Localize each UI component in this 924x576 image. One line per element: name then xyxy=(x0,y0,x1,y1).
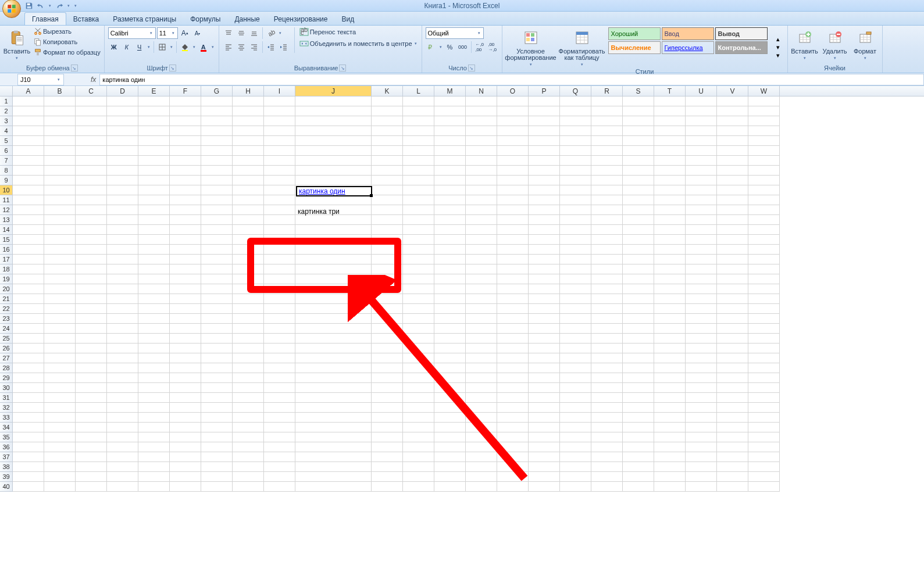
cell-O14[interactable] xyxy=(497,225,529,235)
cell-B31[interactable] xyxy=(44,393,76,403)
cell-L38[interactable] xyxy=(403,462,434,472)
cell-P28[interactable] xyxy=(529,363,560,373)
cell-Q12[interactable] xyxy=(560,205,591,215)
cell-A32[interactable] xyxy=(13,403,44,413)
cell-W29[interactable] xyxy=(748,373,780,383)
cell-J9[interactable] xyxy=(295,176,372,185)
cell-K7[interactable] xyxy=(372,156,403,166)
cell-G23[interactable] xyxy=(201,314,233,324)
cell-V18[interactable] xyxy=(717,264,748,274)
cell-H29[interactable] xyxy=(233,373,264,383)
cell-M22[interactable] xyxy=(434,304,466,314)
cell-R20[interactable] xyxy=(591,284,623,294)
cell-Q3[interactable] xyxy=(560,116,591,126)
cell-W34[interactable] xyxy=(748,423,780,432)
cell-H8[interactable] xyxy=(233,166,264,176)
cell-D10[interactable] xyxy=(107,185,138,195)
italic-button[interactable]: К xyxy=(121,41,133,53)
cell-J35[interactable] xyxy=(295,432,372,442)
cell-C23[interactable] xyxy=(76,314,107,324)
cell-B17[interactable] xyxy=(44,255,76,264)
cell-U35[interactable] xyxy=(686,432,717,442)
cell-C29[interactable] xyxy=(76,373,107,383)
cell-U5[interactable] xyxy=(686,136,717,146)
cell-H39[interactable] xyxy=(233,472,264,482)
cell-R39[interactable] xyxy=(591,472,623,482)
cell-D21[interactable] xyxy=(107,294,138,304)
cell-J30[interactable] xyxy=(295,383,372,393)
insert-cells-button[interactable]: Вставить▾ xyxy=(791,27,818,60)
cell-B2[interactable] xyxy=(44,106,76,116)
cell-T36[interactable] xyxy=(654,442,686,452)
cell-S12[interactable] xyxy=(623,205,654,215)
cell-S1[interactable] xyxy=(623,96,654,106)
cell-E15[interactable] xyxy=(138,235,170,245)
column-header-J[interactable]: J xyxy=(295,86,372,96)
cell-M37[interactable] xyxy=(434,452,466,462)
cell-L34[interactable] xyxy=(403,423,434,432)
cell-N14[interactable] xyxy=(466,225,497,235)
cell-O15[interactable] xyxy=(497,235,529,245)
cell-U13[interactable] xyxy=(686,215,717,225)
cell-H23[interactable] xyxy=(233,314,264,324)
cell-R40[interactable] xyxy=(591,482,623,492)
font-launcher[interactable]: ↘ xyxy=(169,65,176,71)
cell-I5[interactable] xyxy=(264,136,295,146)
cell-L37[interactable] xyxy=(403,452,434,462)
cell-J7[interactable] xyxy=(295,156,372,166)
row-header-39[interactable]: 39 xyxy=(0,472,13,482)
cell-I34[interactable] xyxy=(264,423,295,432)
cell-V38[interactable] xyxy=(717,462,748,472)
cell-S8[interactable] xyxy=(623,166,654,176)
cell-Q40[interactable] xyxy=(560,482,591,492)
cell-E23[interactable] xyxy=(138,314,170,324)
cell-W12[interactable] xyxy=(748,205,780,215)
cell-L10[interactable] xyxy=(403,185,434,195)
cell-V5[interactable] xyxy=(717,136,748,146)
cell-F3[interactable] xyxy=(170,116,201,126)
style-input[interactable]: Ввод xyxy=(662,27,714,40)
cell-J4[interactable] xyxy=(295,126,372,136)
cell-K27[interactable] xyxy=(372,353,403,363)
cell-H21[interactable] xyxy=(233,294,264,304)
cell-J29[interactable] xyxy=(295,373,372,383)
cell-E12[interactable] xyxy=(138,205,170,215)
cell-H16[interactable] xyxy=(233,245,264,255)
cell-U26[interactable] xyxy=(686,344,717,353)
cell-O3[interactable] xyxy=(497,116,529,126)
cell-M21[interactable] xyxy=(434,294,466,304)
cell-A15[interactable] xyxy=(13,235,44,245)
cell-W22[interactable] xyxy=(748,304,780,314)
cell-M18[interactable] xyxy=(434,264,466,274)
cell-R13[interactable] xyxy=(591,215,623,225)
delete-cells-button[interactable]: Удалить▾ xyxy=(822,27,848,60)
styles-scroll-up[interactable]: ▴ xyxy=(772,35,784,43)
cell-M34[interactable] xyxy=(434,423,466,432)
cell-P22[interactable] xyxy=(529,304,560,314)
cell-S3[interactable] xyxy=(623,116,654,126)
cell-A35[interactable] xyxy=(13,432,44,442)
cell-C28[interactable] xyxy=(76,363,107,373)
cell-I6[interactable] xyxy=(264,146,295,156)
cell-W31[interactable] xyxy=(748,393,780,403)
cell-O9[interactable] xyxy=(497,176,529,185)
cell-A26[interactable] xyxy=(13,344,44,353)
cell-P17[interactable] xyxy=(529,255,560,264)
number-format-combo[interactable]: Общий▾ xyxy=(426,27,484,39)
cell-C1[interactable] xyxy=(76,96,107,106)
cell-Q23[interactable] xyxy=(560,314,591,324)
cell-G37[interactable] xyxy=(201,452,233,462)
cell-N37[interactable] xyxy=(466,452,497,462)
cell-D32[interactable] xyxy=(107,403,138,413)
cell-I27[interactable] xyxy=(264,353,295,363)
row-header-31[interactable]: 31 xyxy=(0,393,13,403)
cell-D27[interactable] xyxy=(107,353,138,363)
cell-K23[interactable] xyxy=(372,314,403,324)
tab-view[interactable]: Вид xyxy=(334,13,361,25)
column-header-H[interactable]: H xyxy=(233,86,264,96)
column-header-O[interactable]: O xyxy=(497,86,529,96)
cell-U1[interactable] xyxy=(686,96,717,106)
cell-J32[interactable] xyxy=(295,403,372,413)
cell-Q28[interactable] xyxy=(560,363,591,373)
cell-F34[interactable] xyxy=(170,423,201,432)
